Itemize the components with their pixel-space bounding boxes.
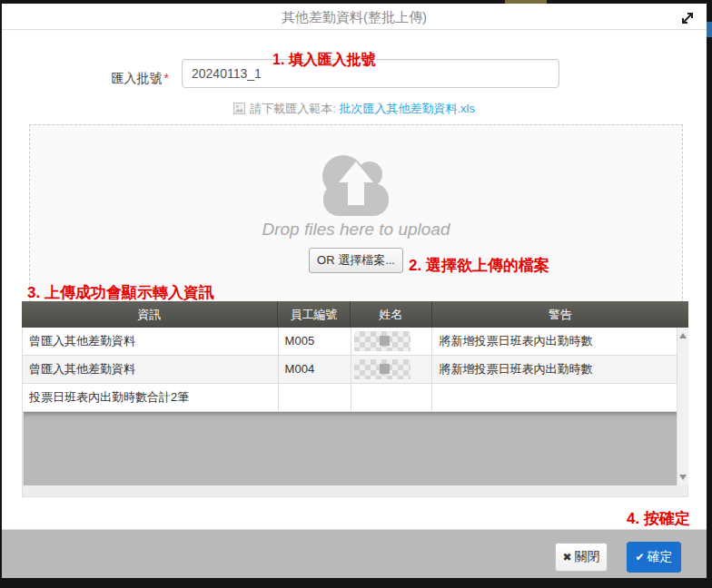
table-empty-area	[23, 412, 677, 485]
annotation-step2: 2. 選擇欲上傳的檔案	[409, 255, 549, 276]
required-asterisk: *	[164, 71, 169, 85]
table-row[interactable]: 投票日班表內出勤時數合計2筆	[23, 384, 677, 412]
batch-label-text: 匯入批號	[112, 71, 163, 85]
redacted-name	[354, 359, 410, 379]
cell-info: 投票日班表內出勤時數合計2筆	[23, 384, 278, 411]
close-x-icon: ✖	[562, 551, 571, 564]
expand-icon[interactable]	[680, 11, 695, 25]
confirm-button-label: 確定	[648, 549, 673, 564]
import-result-table: 資訊 員工編號 姓名 警告 曾匯入其他差勤資料 M005 將新增投票日班表內出勤…	[22, 301, 688, 497]
cell-employee-id: M004	[278, 356, 351, 383]
template-download-line: 請下載匯入範本: 批次匯入其他差勤資料.xls	[2, 101, 707, 117]
template-download-link[interactable]: 批次匯入其他差勤資料.xls	[339, 102, 475, 115]
cell-warning: 將新增投票日班表內出勤時數	[431, 328, 677, 355]
redacted-name	[354, 331, 410, 351]
cell-name	[351, 356, 432, 383]
cell-employee-id: M005	[278, 328, 351, 355]
page-background: 其他差勤資料(整批上傳) 1. 填入匯入批號 匯入批號*	[0, 0, 712, 588]
template-hint-text: 請下載匯入範本:	[250, 102, 336, 115]
cell-info: 曾匯入其他差勤資料	[23, 328, 278, 355]
annotation-step4: 4. 按確定	[627, 508, 690, 529]
batch-upload-modal: 其他差勤資料(整批上傳) 1. 填入匯入批號 匯入批號*	[2, 4, 707, 578]
cell-name	[351, 384, 432, 411]
modal-footer: ✖關閉 ✔確定	[2, 529, 707, 578]
triangle-down-icon[interactable]	[679, 475, 687, 480]
col-header-warning: 警告	[431, 301, 688, 328]
table-body: 曾匯入其他差勤資料 M005 將新增投票日班表內出勤時數 曾匯入其他差勤資料 M…	[22, 328, 677, 485]
modal-title: 其他差勤資料(整批上傳)	[2, 4, 707, 30]
drop-files-text: Drop files here to upload	[262, 220, 450, 240]
file-dropzone[interactable]: Drop files here to upload OR 選擇檔案...	[29, 124, 683, 303]
col-header-name: 姓名	[350, 301, 431, 328]
table-header-row: 資訊 員工編號 姓名 警告	[22, 301, 688, 328]
annotation-step1: 1. 填入匯入批號	[272, 51, 376, 70]
col-header-info: 資訊	[22, 301, 277, 328]
batch-number-label: 匯入批號*	[2, 71, 169, 87]
vertical-scrollbar[interactable]	[677, 328, 688, 485]
table-row[interactable]: 曾匯入其他差勤資料 M005 將新增投票日班表內出勤時數	[23, 328, 677, 356]
cell-name	[351, 328, 432, 355]
cell-employee-id	[278, 384, 351, 411]
table-row[interactable]: 曾匯入其他差勤資料 M004 將新增投票日班表內出勤時數	[23, 356, 677, 384]
triangle-up-icon[interactable]	[679, 333, 687, 338]
confirm-button[interactable]: ✔確定	[627, 542, 681, 573]
background-artifact-blue	[707, 22, 712, 37]
close-button-label: 關閉	[575, 549, 600, 564]
cell-warning	[431, 384, 677, 411]
modal-header: 其他差勤資料(整批上傳)	[2, 4, 707, 30]
cell-info: 曾匯入其他差勤資料	[23, 356, 278, 383]
cell-warning: 將新增投票日班表內出勤時數	[431, 356, 677, 383]
choose-file-button[interactable]: OR 選擇檔案...	[309, 248, 403, 273]
file-image-icon	[233, 103, 245, 117]
col-header-employee-id: 員工編號	[277, 301, 350, 328]
annotation-step3: 3. 上傳成功會顯示轉入資訊	[27, 282, 214, 303]
cloud-upload-icon	[312, 145, 400, 218]
horizontal-scrollbar[interactable]	[22, 485, 688, 497]
close-button[interactable]: ✖關閉	[555, 543, 608, 572]
check-icon: ✔	[635, 551, 644, 564]
